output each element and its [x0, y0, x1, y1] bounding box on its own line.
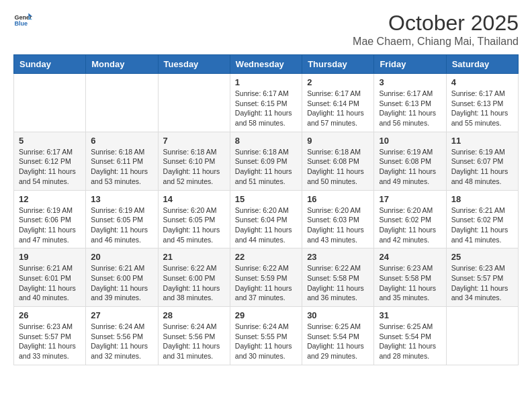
week-row-3: 12Sunrise: 6:19 AM Sunset: 6:06 PM Dayli… [14, 190, 519, 248]
calendar-table: SundayMondayTuesdayWednesdayThursdayFrid… [13, 54, 519, 365]
weekday-header-friday: Friday [374, 55, 446, 74]
calendar-cell: 2Sunrise: 6:17 AM Sunset: 6:14 PM Daylig… [302, 74, 374, 132]
calendar-cell: 10Sunrise: 6:19 AM Sunset: 6:08 PM Dayli… [374, 132, 446, 190]
day-info: Sunrise: 6:17 AM Sunset: 6:13 PM Dayligh… [379, 89, 441, 128]
week-row-1: 1Sunrise: 6:17 AM Sunset: 6:15 PM Daylig… [14, 74, 519, 132]
day-info: Sunrise: 6:17 AM Sunset: 6:14 PM Dayligh… [307, 89, 369, 128]
weekday-header-row: SundayMondayTuesdayWednesdayThursdayFrid… [14, 55, 519, 74]
weekday-header-saturday: Saturday [446, 55, 518, 74]
day-number: 2 [307, 77, 369, 87]
calendar-cell: 18Sunrise: 6:21 AM Sunset: 6:02 PM Dayli… [446, 190, 518, 248]
day-number: 4 [451, 77, 513, 87]
day-number: 26 [19, 310, 81, 320]
calendar-cell: 12Sunrise: 6:19 AM Sunset: 6:06 PM Dayli… [14, 190, 86, 248]
day-number: 10 [379, 136, 441, 146]
calendar-cell: 5Sunrise: 6:17 AM Sunset: 6:12 PM Daylig… [14, 132, 86, 190]
day-number: 31 [379, 310, 441, 320]
day-info: Sunrise: 6:19 AM Sunset: 6:08 PM Dayligh… [379, 147, 441, 187]
week-row-4: 19Sunrise: 6:21 AM Sunset: 6:01 PM Dayli… [14, 248, 519, 307]
day-info: Sunrise: 6:23 AM Sunset: 5:57 PM Dayligh… [19, 322, 81, 361]
day-info: Sunrise: 6:24 AM Sunset: 5:56 PM Dayligh… [91, 322, 152, 361]
day-number: 27 [91, 310, 152, 320]
day-info: Sunrise: 6:23 AM Sunset: 5:57 PM Dayligh… [451, 263, 513, 303]
day-number: 1 [235, 77, 297, 87]
calendar-cell [158, 74, 230, 132]
svg-text:Blue: Blue [14, 20, 28, 27]
calendar-cell: 31Sunrise: 6:25 AM Sunset: 5:54 PM Dayli… [374, 307, 446, 365]
calendar-cell [86, 74, 158, 132]
day-number: 14 [163, 194, 225, 204]
day-number: 23 [307, 252, 369, 262]
day-info: Sunrise: 6:25 AM Sunset: 5:54 PM Dayligh… [379, 322, 441, 361]
day-info: Sunrise: 6:17 AM Sunset: 6:13 PM Dayligh… [451, 89, 513, 128]
day-info: Sunrise: 6:19 AM Sunset: 6:05 PM Dayligh… [91, 205, 152, 245]
day-number: 6 [91, 136, 152, 146]
location-title: Mae Chaem, Chiang Mai, Thailand [353, 36, 519, 48]
calendar-cell: 14Sunrise: 6:20 AM Sunset: 6:05 PM Dayli… [158, 190, 230, 248]
title-area: October 2025 Mae Chaem, Chiang Mai, Thai… [353, 11, 519, 48]
day-number: 15 [235, 194, 297, 204]
weekday-header-thursday: Thursday [302, 55, 374, 74]
calendar-cell: 16Sunrise: 6:20 AM Sunset: 6:03 PM Dayli… [302, 190, 374, 248]
calendar-cell: 28Sunrise: 6:24 AM Sunset: 5:56 PM Dayli… [158, 307, 230, 365]
calendar-cell: 8Sunrise: 6:18 AM Sunset: 6:09 PM Daylig… [230, 132, 302, 190]
day-number: 7 [163, 136, 225, 146]
day-number: 3 [379, 77, 441, 87]
weekday-header-tuesday: Tuesday [158, 55, 230, 74]
weekday-header-wednesday: Wednesday [230, 55, 302, 74]
calendar-cell: 4Sunrise: 6:17 AM Sunset: 6:13 PM Daylig… [446, 74, 518, 132]
calendar-cell [14, 74, 86, 132]
calendar-cell: 3Sunrise: 6:17 AM Sunset: 6:13 PM Daylig… [374, 74, 446, 132]
calendar-cell: 15Sunrise: 6:20 AM Sunset: 6:04 PM Dayli… [230, 190, 302, 248]
calendar-cell: 11Sunrise: 6:19 AM Sunset: 6:07 PM Dayli… [446, 132, 518, 190]
day-info: Sunrise: 6:19 AM Sunset: 6:06 PM Dayligh… [19, 205, 81, 245]
day-info: Sunrise: 6:17 AM Sunset: 6:12 PM Dayligh… [19, 147, 81, 187]
week-row-2: 5Sunrise: 6:17 AM Sunset: 6:12 PM Daylig… [14, 132, 519, 190]
day-number: 13 [91, 194, 152, 204]
day-info: Sunrise: 6:20 AM Sunset: 6:03 PM Dayligh… [307, 205, 369, 245]
day-info: Sunrise: 6:21 AM Sunset: 6:02 PM Dayligh… [451, 205, 513, 245]
day-number: 17 [379, 194, 441, 204]
day-info: Sunrise: 6:22 AM Sunset: 5:59 PM Dayligh… [235, 263, 297, 303]
page-header: General Blue October 2025 Mae Chaem, Chi… [13, 11, 519, 48]
day-info: Sunrise: 6:20 AM Sunset: 6:05 PM Dayligh… [163, 205, 225, 245]
day-info: Sunrise: 6:17 AM Sunset: 6:15 PM Dayligh… [235, 89, 297, 128]
day-info: Sunrise: 6:22 AM Sunset: 5:58 PM Dayligh… [307, 263, 369, 303]
calendar-cell: 30Sunrise: 6:25 AM Sunset: 5:54 PM Dayli… [302, 307, 374, 365]
day-number: 20 [91, 252, 152, 262]
calendar-cell: 19Sunrise: 6:21 AM Sunset: 6:01 PM Dayli… [14, 248, 86, 307]
day-number: 8 [235, 136, 297, 146]
day-info: Sunrise: 6:24 AM Sunset: 5:56 PM Dayligh… [163, 322, 225, 361]
calendar-cell: 24Sunrise: 6:23 AM Sunset: 5:58 PM Dayli… [374, 248, 446, 307]
calendar-cell: 13Sunrise: 6:19 AM Sunset: 6:05 PM Dayli… [86, 190, 158, 248]
day-number: 25 [451, 252, 513, 262]
day-number: 19 [19, 252, 81, 262]
day-info: Sunrise: 6:19 AM Sunset: 6:07 PM Dayligh… [451, 147, 513, 187]
day-number: 28 [163, 310, 225, 320]
week-row-5: 26Sunrise: 6:23 AM Sunset: 5:57 PM Dayli… [14, 307, 519, 365]
calendar-cell: 17Sunrise: 6:20 AM Sunset: 6:02 PM Dayli… [374, 190, 446, 248]
day-number: 24 [379, 252, 441, 262]
day-info: Sunrise: 6:22 AM Sunset: 6:00 PM Dayligh… [163, 263, 225, 303]
day-number: 5 [19, 136, 81, 146]
calendar-cell: 20Sunrise: 6:21 AM Sunset: 6:00 PM Dayli… [86, 248, 158, 307]
day-number: 9 [307, 136, 369, 146]
calendar-cell: 21Sunrise: 6:22 AM Sunset: 6:00 PM Dayli… [158, 248, 230, 307]
day-number: 29 [235, 310, 297, 320]
day-info: Sunrise: 6:18 AM Sunset: 6:08 PM Dayligh… [307, 147, 369, 187]
calendar-cell: 6Sunrise: 6:18 AM Sunset: 6:11 PM Daylig… [86, 132, 158, 190]
day-info: Sunrise: 6:23 AM Sunset: 5:58 PM Dayligh… [379, 263, 441, 303]
calendar-cell: 7Sunrise: 6:18 AM Sunset: 6:10 PM Daylig… [158, 132, 230, 190]
calendar-cell: 26Sunrise: 6:23 AM Sunset: 5:57 PM Dayli… [14, 307, 86, 365]
day-info: Sunrise: 6:18 AM Sunset: 6:11 PM Dayligh… [91, 147, 152, 187]
calendar-cell: 25Sunrise: 6:23 AM Sunset: 5:57 PM Dayli… [446, 248, 518, 307]
day-number: 11 [451, 136, 513, 146]
day-number: 18 [451, 194, 513, 204]
month-title: October 2025 [353, 11, 519, 36]
day-number: 16 [307, 194, 369, 204]
calendar-cell: 27Sunrise: 6:24 AM Sunset: 5:56 PM Dayli… [86, 307, 158, 365]
day-number: 12 [19, 194, 81, 204]
calendar-cell: 22Sunrise: 6:22 AM Sunset: 5:59 PM Dayli… [230, 248, 302, 307]
day-info: Sunrise: 6:18 AM Sunset: 6:10 PM Dayligh… [163, 147, 225, 187]
day-info: Sunrise: 6:21 AM Sunset: 6:00 PM Dayligh… [91, 263, 152, 303]
